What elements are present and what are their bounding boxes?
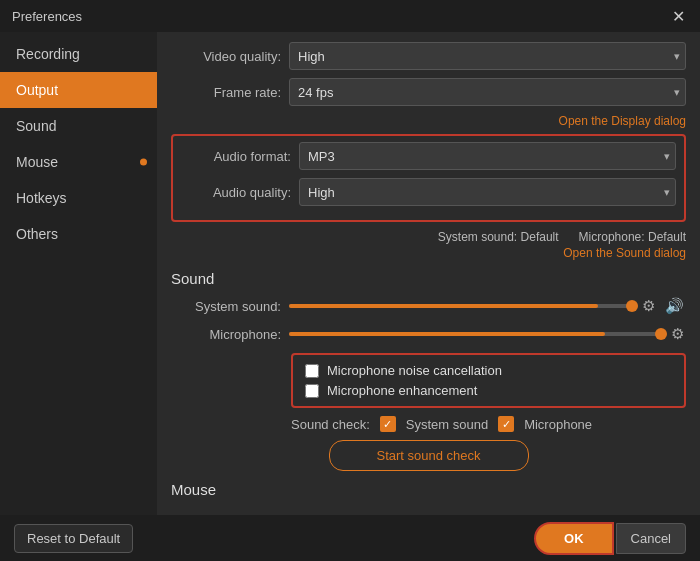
preferences-window: Preferences ✕ Recording Output Sound Mou… xyxy=(0,0,700,561)
microphone-check-label: Microphone xyxy=(524,417,592,432)
sound-check-row: Sound check: ✓ System sound ✓ Microphone xyxy=(291,416,686,432)
video-quality-select[interactable]: High Medium Low xyxy=(289,42,686,70)
system-sound-slider-thumb xyxy=(626,300,638,312)
system-sound-check-checkbox[interactable]: ✓ xyxy=(380,416,396,432)
sidebar-item-others[interactable]: Others xyxy=(0,216,157,252)
sidebar: Recording Output Sound Mouse Hotkeys Oth… xyxy=(0,32,157,515)
microphone-check-checkbox[interactable]: ✓ xyxy=(498,416,514,432)
system-sound-status: System sound: Default xyxy=(438,230,559,244)
noise-cancellation-checkbox[interactable] xyxy=(305,364,319,378)
audio-format-select[interactable]: MP3 AAC WAV xyxy=(299,142,676,170)
ok-button[interactable]: OK xyxy=(534,522,614,555)
enhancement-row: Microphone enhancement xyxy=(305,383,672,398)
sidebar-item-output[interactable]: Output xyxy=(0,72,157,108)
frame-rate-select-wrapper: 24 fps 30 fps 60 fps ▾ xyxy=(289,78,686,106)
enhancement-checkbox[interactable] xyxy=(305,384,319,398)
speaker-icon[interactable]: 🔊 xyxy=(663,295,686,317)
frame-rate-row: Frame rate: 24 fps 30 fps 60 fps ▾ xyxy=(171,78,686,106)
titlebar: Preferences ✕ xyxy=(0,0,700,32)
sound-section-heading: Sound xyxy=(171,270,686,287)
system-sound-icons: ⚙ 🔊 xyxy=(640,295,686,317)
system-sound-slider-label: System sound: xyxy=(171,299,281,314)
video-quality-label: Video quality: xyxy=(171,49,281,64)
frame-rate-label: Frame rate: xyxy=(171,85,281,100)
gear-icon[interactable]: ⚙ xyxy=(640,295,657,317)
audio-quality-row: Audio quality: High Medium Low ▾ xyxy=(181,178,676,206)
close-button[interactable]: ✕ xyxy=(668,6,688,26)
noise-cancellation-label: Microphone noise cancellation xyxy=(327,363,502,378)
cancel-button[interactable]: Cancel xyxy=(616,523,686,554)
audio-format-section: Audio format: MP3 AAC WAV ▾ Audio qualit… xyxy=(171,134,686,222)
microphone-slider-row: Microphone: ⚙ xyxy=(171,323,686,345)
audio-format-select-wrapper: MP3 AAC WAV ▾ xyxy=(299,142,676,170)
window-title: Preferences xyxy=(12,9,82,24)
microphone-slider-thumb xyxy=(655,328,667,340)
microphone-status: Microphone: Default xyxy=(579,230,686,244)
audio-quality-select-wrapper: High Medium Low ▾ xyxy=(299,178,676,206)
reset-to-default-button[interactable]: Reset to Default xyxy=(14,524,133,553)
sidebar-item-recording[interactable]: Recording xyxy=(0,36,157,72)
gear-icon[interactable]: ⚙ xyxy=(669,323,686,345)
video-quality-select-wrapper: High Medium Low ▾ xyxy=(289,42,686,70)
mouse-section-heading: Mouse xyxy=(171,481,686,498)
open-display-dialog-link[interactable]: Open the Display dialog xyxy=(559,114,686,128)
frame-rate-select[interactable]: 24 fps 30 fps 60 fps xyxy=(289,78,686,106)
open-sound-dialog-link[interactable]: Open the Sound dialog xyxy=(563,246,686,260)
microphone-slider-track[interactable] xyxy=(289,332,661,336)
sidebar-item-hotkeys[interactable]: Hotkeys xyxy=(0,180,157,216)
audio-format-label: Audio format: xyxy=(181,149,291,164)
sidebar-item-label: Mouse xyxy=(16,154,58,170)
bottom-bar: Reset to Default OK Cancel xyxy=(0,515,700,561)
audio-quality-select[interactable]: High Medium Low xyxy=(299,178,676,206)
sidebar-item-sound[interactable]: Sound xyxy=(0,108,157,144)
sidebar-item-label: Hotkeys xyxy=(16,190,67,206)
video-quality-row: Video quality: High Medium Low ▾ xyxy=(171,42,686,70)
sidebar-item-label: Others xyxy=(16,226,58,242)
microphone-icons: ⚙ xyxy=(669,323,686,345)
sound-check-label: Sound check: xyxy=(291,417,370,432)
audio-format-row: Audio format: MP3 AAC WAV ▾ xyxy=(181,142,676,170)
sidebar-item-label: Output xyxy=(16,82,58,98)
microphone-slider-label: Microphone: xyxy=(171,327,281,342)
sound-dialog-link-row: Open the Sound dialog xyxy=(171,246,686,260)
audio-quality-label: Audio quality: xyxy=(181,185,291,200)
bottom-right-buttons: OK Cancel xyxy=(534,522,686,555)
sidebar-item-label: Recording xyxy=(16,46,80,62)
sidebar-item-mouse[interactable]: Mouse xyxy=(0,144,157,180)
mouse-dot xyxy=(140,159,147,166)
status-row: System sound: Default Microphone: Defaul… xyxy=(171,230,686,244)
noise-cancellation-row: Microphone noise cancellation xyxy=(305,363,672,378)
display-dialog-link-row: Open the Display dialog xyxy=(171,114,686,128)
microphone-options-section: Microphone noise cancellation Microphone… xyxy=(291,353,686,408)
system-sound-slider-fill xyxy=(289,304,598,308)
start-sound-check-button[interactable]: Start sound check xyxy=(329,440,529,471)
microphone-slider-fill xyxy=(289,332,605,336)
system-sound-slider-row: System sound: ⚙ 🔊 xyxy=(171,295,686,317)
system-sound-slider-track[interactable] xyxy=(289,304,632,308)
sidebar-item-label: Sound xyxy=(16,118,56,134)
enhancement-label: Microphone enhancement xyxy=(327,383,477,398)
content-area: Video quality: High Medium Low ▾ Frame r… xyxy=(157,32,700,515)
main-area: Recording Output Sound Mouse Hotkeys Oth… xyxy=(0,32,700,515)
system-sound-check-label: System sound xyxy=(406,417,488,432)
